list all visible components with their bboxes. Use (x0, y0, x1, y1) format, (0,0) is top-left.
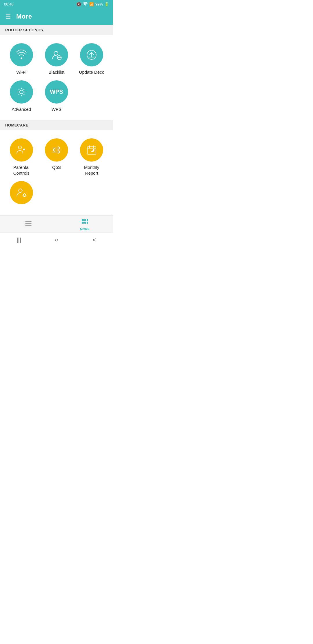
svg-rect-18 (25, 221, 32, 222)
status-right: 🔇 📶 99% 🔋 (77, 2, 109, 7)
update-deco-label: Update Deco (79, 69, 105, 75)
bottom-nav: MORE (0, 215, 113, 233)
profile-gear-circle (10, 181, 33, 204)
homecare-grid-row1: ParentalControls QoS (0, 130, 113, 181)
menu-icon[interactable]: ☰ (5, 13, 11, 20)
wifi-circle (10, 43, 33, 66)
advanced-item[interactable]: Advanced (5, 80, 37, 112)
monthly-report-label: MonthlyReport (84, 164, 99, 176)
parental-controls-circle (10, 138, 33, 162)
homecare-label: HOMECARE (0, 120, 113, 130)
recent-apps-button[interactable]: ||| (0, 237, 38, 243)
status-bar: 06:40 🔇 📶 99% 🔋 (0, 0, 113, 8)
advanced-circle (10, 80, 33, 104)
qos-item[interactable]: QoS (40, 138, 72, 176)
blacklist-label: Blacklist (48, 69, 64, 75)
svg-rect-24 (82, 222, 84, 224)
router-settings-grid-row1: Wi-Fi Blacklist Update Deco (0, 35, 113, 80)
update-deco-item[interactable]: Update Deco (76, 43, 108, 75)
svg-rect-12 (87, 147, 96, 154)
parental-controls-item[interactable]: ParentalControls (5, 138, 37, 176)
svg-point-7 (20, 90, 23, 93)
sys-nav: ||| ○ < (0, 233, 113, 247)
router-settings-label: ROUTER SETTINGS (0, 25, 113, 35)
monthly-report-circle (80, 138, 103, 162)
svg-point-1 (54, 51, 58, 55)
svg-rect-20 (25, 225, 32, 226)
svg-point-8 (18, 146, 21, 149)
monthly-report-item[interactable]: MonthlyReport (76, 138, 108, 176)
parental-controls-label: ParentalControls (13, 164, 30, 176)
svg-rect-21 (82, 219, 84, 221)
blacklist-item[interactable]: Blacklist (40, 43, 72, 75)
wps-circle: WPS (45, 80, 68, 104)
wps-text: WPS (50, 88, 63, 95)
router-settings-grid-row2: Advanced WPS WPS (0, 80, 113, 120)
blacklist-circle (45, 43, 68, 66)
more-nav-label: MORE (80, 227, 90, 231)
advanced-label: Advanced (12, 106, 31, 112)
homecare-grid-row2 (0, 181, 113, 215)
svg-point-16 (19, 189, 22, 192)
app-header: ☰ More (0, 8, 113, 25)
svg-rect-19 (25, 223, 32, 224)
svg-rect-22 (84, 219, 86, 221)
page-title: More (16, 13, 32, 20)
battery-icon: 🔋 (104, 2, 109, 6)
wifi-item[interactable]: Wi-Fi (5, 43, 37, 75)
home-button[interactable]: ○ (38, 237, 75, 243)
grid-nav-icon (81, 218, 89, 227)
profile-gear-item[interactable] (5, 181, 37, 207)
wifi-status-icon (83, 2, 88, 7)
qos-circle (45, 138, 68, 162)
wps-label: WPS (52, 106, 61, 112)
nav-item-more[interactable]: MORE (57, 218, 113, 231)
update-deco-circle (80, 43, 103, 66)
svg-rect-25 (84, 222, 86, 224)
svg-rect-26 (87, 222, 88, 224)
mute-icon: 🔇 (77, 2, 81, 6)
list-nav-icon (25, 221, 32, 229)
nav-item-overview[interactable] (0, 221, 57, 229)
wifi-label: Wi-Fi (16, 69, 26, 75)
back-button[interactable]: < (75, 237, 113, 243)
battery-label: 99% (95, 2, 103, 6)
wps-item[interactable]: WPS WPS (40, 80, 72, 112)
status-time: 06:40 (4, 2, 14, 6)
signal-icon: 📶 (89, 2, 94, 6)
svg-rect-23 (87, 219, 88, 221)
qos-label: QoS (52, 164, 61, 170)
